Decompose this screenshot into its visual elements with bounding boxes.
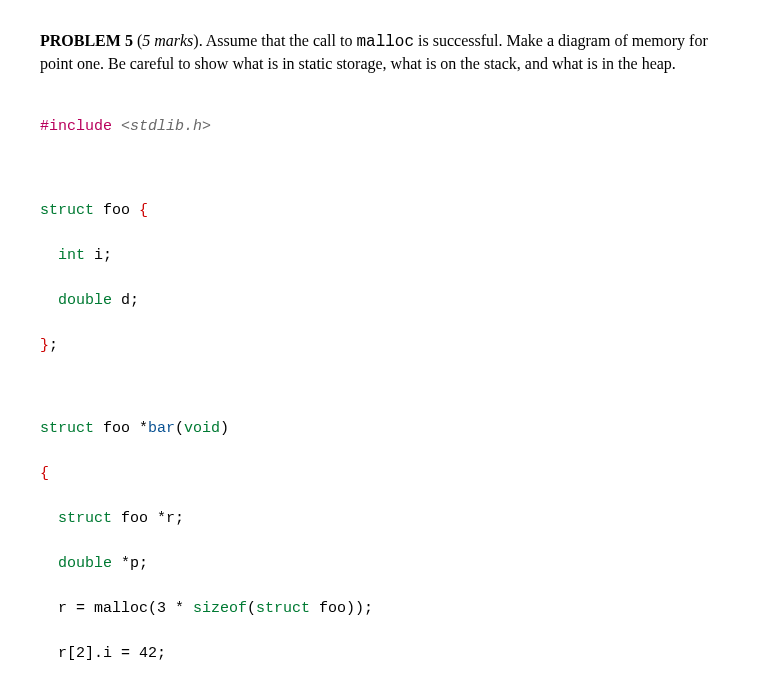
code-line-r2i: r[2].i = 42; xyxy=(40,643,738,666)
brace-open: { xyxy=(139,202,148,219)
code-line-decl-r: struct foo *r; xyxy=(40,508,738,531)
struct-name: foo xyxy=(94,202,139,219)
var-i: i; xyxy=(85,247,112,264)
kw-struct-2: struct xyxy=(40,420,94,437)
var-p: *p; xyxy=(112,555,148,572)
code-line-int-i: int i; xyxy=(40,245,738,268)
kw-struct-4: struct xyxy=(256,600,310,617)
paren-open: ( xyxy=(175,420,184,437)
kw-struct: struct xyxy=(40,202,94,219)
stmt-r2i: r[2].i = 42; xyxy=(40,645,166,662)
var-d: d; xyxy=(112,292,139,309)
code-line-struct-close: }; xyxy=(40,335,738,358)
ret-type: foo * xyxy=(94,420,148,437)
code-listing: #include <stdlib.h> struct foo { int i; … xyxy=(40,94,738,684)
code-line-malloc: r = malloc(3 * sizeof(struct foo)); xyxy=(40,598,738,621)
paren-close: ) xyxy=(220,420,229,437)
include-header: <stdlib.h> xyxy=(112,118,211,135)
func-bar: bar xyxy=(148,420,175,437)
marks-open: ( xyxy=(133,32,142,49)
code-line-bar-sig: struct foo *bar(void) xyxy=(40,418,738,441)
code-line-decl-p: double *p; xyxy=(40,553,738,576)
problem-label: PROBLEM 5 xyxy=(40,32,133,49)
sizeof-open: ( xyxy=(247,600,256,617)
func-malloc: malloc xyxy=(94,600,148,617)
marks-close: ). xyxy=(193,32,205,49)
var-r: foo *r; xyxy=(112,510,184,527)
kw-double-2: double xyxy=(40,555,112,572)
sizeof-close: foo)); xyxy=(310,600,373,617)
kw-struct-3: struct xyxy=(40,510,112,527)
problem-statement: PROBLEM 5 (5 marks). Assume that the cal… xyxy=(40,30,738,76)
semicolon: ; xyxy=(49,337,58,354)
code-line-double-d: double d; xyxy=(40,290,738,313)
code-line-struct-open: struct foo { xyxy=(40,200,738,223)
brace-open-2: { xyxy=(40,465,49,482)
kw-void: void xyxy=(184,420,220,437)
kw-int: int xyxy=(40,247,85,264)
problem-code-word: malloc xyxy=(356,33,414,51)
problem-text-1: Assume that the call to xyxy=(206,32,357,49)
brace-close: } xyxy=(40,337,49,354)
malloc-arg1: (3 * xyxy=(148,600,193,617)
kw-double: double xyxy=(40,292,112,309)
include-directive: #include xyxy=(40,118,112,135)
code-line-include: #include <stdlib.h> xyxy=(40,116,738,139)
problem-marks: 5 marks xyxy=(142,32,193,49)
code-line-bar-open: { xyxy=(40,463,738,486)
assign-r: r = xyxy=(40,600,94,617)
kw-sizeof: sizeof xyxy=(193,600,247,617)
